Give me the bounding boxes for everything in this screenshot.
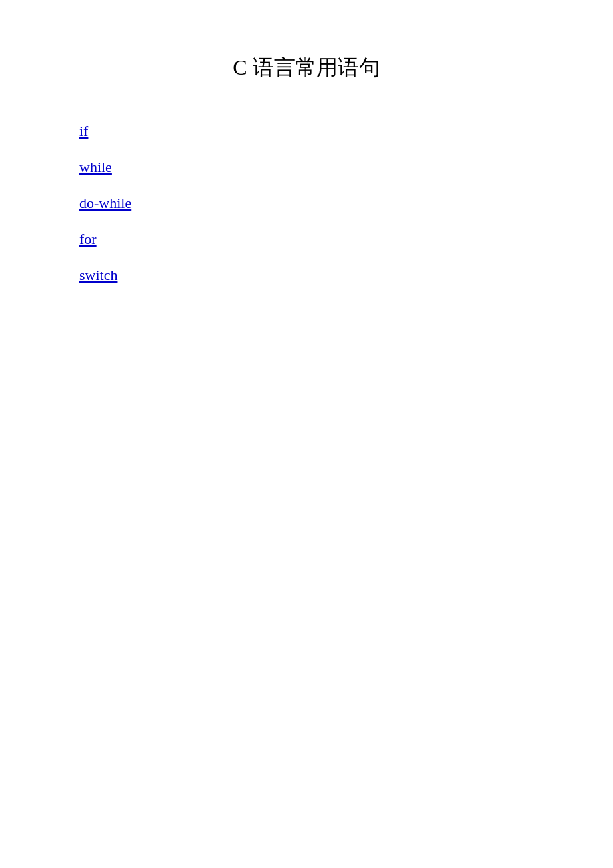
nav-link-while[interactable]: while	[79, 159, 112, 175]
list-item: switch	[79, 267, 534, 284]
nav-link-switch[interactable]: switch	[79, 267, 117, 283]
list-item: for	[79, 231, 534, 248]
list-item: while	[79, 159, 534, 176]
list-item: if	[79, 123, 534, 140]
nav-link-do-while[interactable]: do-while	[79, 195, 131, 211]
nav-list: ifwhiledo-whileforswitch	[79, 123, 534, 284]
list-item: do-while	[79, 195, 534, 212]
nav-link-for[interactable]: for	[79, 231, 97, 247]
nav-link-if[interactable]: if	[79, 123, 88, 139]
page-container: C 语言常用语句 ifwhiledo-whileforswitch	[0, 0, 613, 868]
page-title: C 语言常用语句	[79, 53, 534, 83]
